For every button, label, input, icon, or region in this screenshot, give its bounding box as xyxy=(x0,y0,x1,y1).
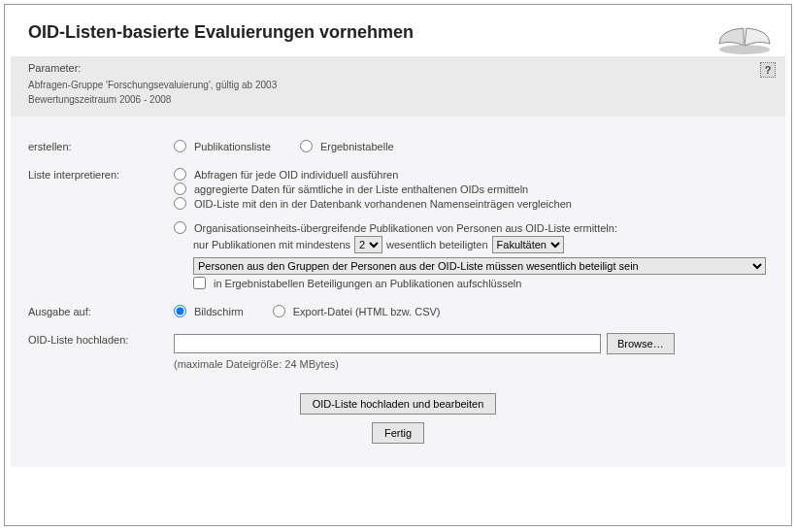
upload-hint: (maximale Dateigröße: 24 MBytes) xyxy=(174,358,768,370)
done-button[interactable]: Fertig xyxy=(372,422,424,444)
action-buttons: OID-Liste hochladen und bearbeiten Ferti… xyxy=(28,389,768,448)
orgcross-subline: nur Publikationen mit mindestens 2 wesen… xyxy=(193,236,768,253)
row-create: erstellen: Publikationsliste Ergebnistab… xyxy=(28,140,768,154)
sub-mid: wesentlich beteiligten xyxy=(386,239,488,250)
parameter-line-1: Abfragen-Gruppe 'Forschungsevaluierung',… xyxy=(28,78,768,92)
help-icon[interactable]: ? xyxy=(760,62,776,78)
row-output: Ausgabe auf: Bildschirm Export-Datei (HT… xyxy=(28,305,768,319)
parameter-box: Parameter: Abfragen-Gruppe 'Forschungsev… xyxy=(11,56,785,116)
radio-ergebnistabelle[interactable]: Ergebnistabelle xyxy=(300,140,394,152)
header-area: OID-Listen-basierte Evaluierungen vorneh… xyxy=(5,5,791,56)
create-label: erstellen: xyxy=(28,140,174,152)
breakdown-checkbox[interactable] xyxy=(193,277,206,289)
row-interpret: Liste interpretieren: Abfragen für jede … xyxy=(28,168,768,291)
interpret-label: Liste interpretieren: xyxy=(28,168,174,181)
radio-ergebnistabelle-label: Ergebnistabelle xyxy=(320,141,394,152)
radio-individual[interactable]: Abfragen für jede OID individuell ausfüh… xyxy=(174,168,768,181)
radio-screen[interactable]: Bildschirm xyxy=(174,305,244,317)
radio-export-label: Export-Datei (HTML bzw. CSV) xyxy=(293,306,441,317)
radio-aggregate-input[interactable] xyxy=(174,183,186,195)
radio-screen-label: Bildschirm xyxy=(194,306,244,317)
file-path-input[interactable] xyxy=(174,334,601,353)
output-label: Ausgabe auf: xyxy=(28,305,174,317)
radio-individual-input[interactable] xyxy=(174,168,186,181)
row-upload: OID-Liste hochladen: Browse… (maximale D… xyxy=(28,333,768,370)
radio-aggregate[interactable]: aggregierte Daten für sämtliche in der L… xyxy=(174,183,768,195)
sub-prefix: nur Publikationen mit mindestens xyxy=(193,239,350,250)
page-title: OID-Listen-basierte Evaluierungen vorneh… xyxy=(28,22,772,43)
radio-export-input[interactable] xyxy=(273,305,285,317)
radio-orgcross[interactable]: Organisationseinheits-übergreifende Publ… xyxy=(174,221,768,234)
parameter-label: Parameter: xyxy=(28,62,768,74)
radio-orgcross-input[interactable] xyxy=(174,221,186,234)
radio-screen-input[interactable] xyxy=(174,305,186,317)
group-participation-select[interactable]: Personen aus den Gruppen der Personen au… xyxy=(193,257,766,275)
breakdown-checkbox-label: in Ergebnistabellen Beteiligungen an Pub… xyxy=(214,278,521,289)
radio-publikationsliste-label: Publikationsliste xyxy=(194,141,271,152)
parameter-line-2: Bewertungszeitraum 2006 - 2008 xyxy=(28,92,768,107)
radio-aggregate-label: aggregierte Daten für sämtliche in der L… xyxy=(194,183,528,195)
radio-compare-input[interactable] xyxy=(174,197,186,210)
radio-compare[interactable]: OID-Liste mit den in der Datenbank vorha… xyxy=(174,197,768,210)
radio-ergebnistabelle-input[interactable] xyxy=(300,140,313,152)
book-icon xyxy=(713,11,776,57)
radio-orgcross-label: Organisationseinheits-übergreifende Publ… xyxy=(194,222,617,234)
radio-compare-label: OID-Liste mit den in der Datenbank vorha… xyxy=(194,198,572,210)
browse-button[interactable]: Browse… xyxy=(607,333,675,354)
breakdown-checkbox-line: in Ergebnistabellen Beteiligungen an Pub… xyxy=(193,277,768,289)
form-area: erstellen: Publikationsliste Ergebnistab… xyxy=(11,116,785,467)
radio-publikationsliste-input[interactable] xyxy=(174,140,186,152)
main-panel: OID-Listen-basierte Evaluierungen vorneh… xyxy=(4,4,792,526)
unit-select[interactable]: Fakultäten xyxy=(492,236,564,253)
upload-label: OID-Liste hochladen: xyxy=(28,333,174,346)
radio-publikationsliste[interactable]: Publikationsliste xyxy=(174,140,271,152)
radio-individual-label: Abfragen für jede OID individuell ausfüh… xyxy=(194,169,398,181)
min-count-select[interactable]: 2 xyxy=(354,236,382,253)
process-button[interactable]: OID-Liste hochladen und bearbeiten xyxy=(300,393,497,415)
radio-export[interactable]: Export-Datei (HTML bzw. CSV) xyxy=(273,305,441,317)
